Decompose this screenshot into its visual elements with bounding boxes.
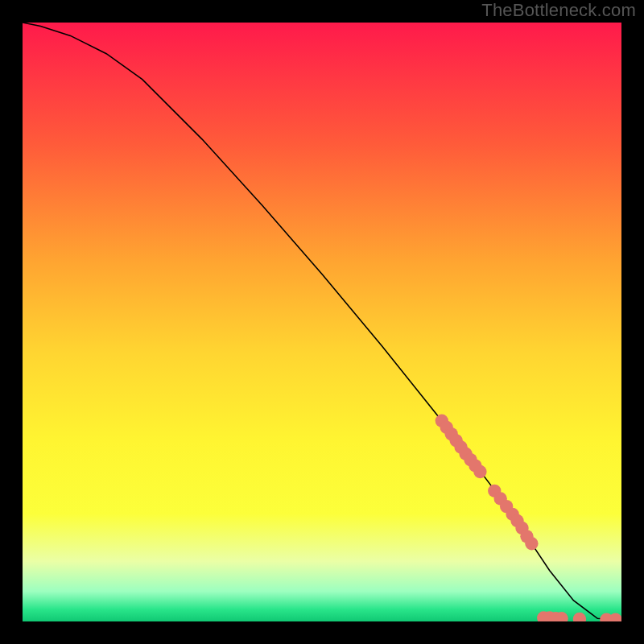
watermark-text: TheBottleneck.com bbox=[481, 0, 636, 21]
chart-svg bbox=[23, 23, 621, 621]
marker-point bbox=[473, 465, 486, 478]
chart-container bbox=[23, 23, 621, 621]
gradient-background bbox=[23, 23, 621, 621]
marker-point bbox=[525, 537, 538, 550]
